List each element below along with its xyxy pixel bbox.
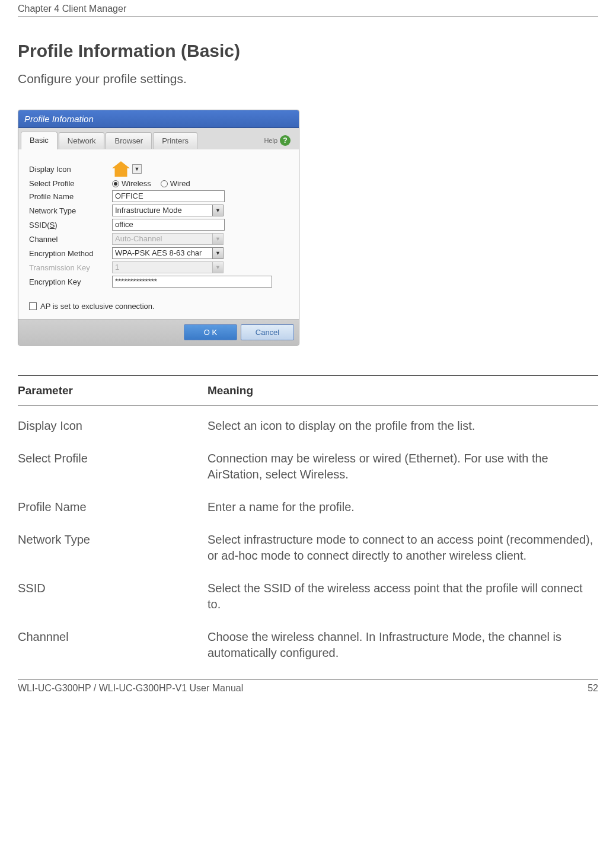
checkbox-exclusive-connection[interactable] <box>29 302 37 310</box>
icon-dropdown-button[interactable]: ▼ <box>132 164 142 174</box>
input-ssid[interactable]: office <box>112 219 225 231</box>
tab-browser[interactable]: Browser <box>106 132 152 149</box>
radio-wired[interactable] <box>161 180 168 187</box>
param-name: Network Type <box>18 532 208 564</box>
select-network-type[interactable]: Infrastructure Mode <box>112 205 213 216</box>
select-transmission-key: 1 <box>112 261 213 273</box>
dialog-footer: O K Cancel <box>18 319 299 345</box>
label-display-icon: Display Icon <box>29 165 112 174</box>
label-profile-name: Profile Name <box>29 192 112 201</box>
page-number: 52 <box>588 683 598 694</box>
table-row: SSID Select the SSID of the wireless acc… <box>18 580 598 612</box>
table-row: Profile Name Enter a name for the profil… <box>18 499 598 515</box>
section-title: Profile Information (Basic) <box>18 41 598 61</box>
manual-label: WLI-UC-G300HP / WLI-UC-G300HP-V1 User Ma… <box>18 683 243 694</box>
table-row: Select Profile Connection may be wireles… <box>18 451 598 483</box>
radio-wireless[interactable] <box>112 180 119 187</box>
select-channel: Auto-Channel <box>112 233 213 245</box>
dialog-title: Profile Infomation <box>18 110 299 128</box>
label-select-profile: Select Profile <box>29 179 112 188</box>
label-encryption-key: Encryption Key <box>29 277 112 286</box>
select-channel-arrow: ▼ <box>213 233 224 245</box>
param-name: Select Profile <box>18 451 208 483</box>
select-encryption-method[interactable]: WPA-PSK AES 8-63 char <box>112 247 213 259</box>
tab-row: Basic Network Browser Printers Help ? <box>18 128 299 149</box>
input-profile-name[interactable]: OFFICE <box>112 190 225 202</box>
house-icon <box>112 161 130 177</box>
table-row: Network Type Select infrastructure mode … <box>18 532 598 564</box>
tab-basic[interactable]: Basic <box>21 132 58 149</box>
tab-network[interactable]: Network <box>59 132 105 149</box>
param-meaning: Select the SSID of the wireless access p… <box>208 580 598 612</box>
param-meaning: Choose the wireless channel. In Infrastr… <box>208 629 598 661</box>
section-subtitle: Configure your profile settings. <box>18 72 598 86</box>
page-footer: WLI-UC-G300HP / WLI-UC-G300HP-V1 User Ma… <box>18 679 598 697</box>
table-row: Display Icon Select an icon to display o… <box>18 418 598 434</box>
cancel-button[interactable]: Cancel <box>241 324 294 340</box>
help-label: Help <box>264 137 277 144</box>
select-transmission-key-arrow: ▼ <box>213 261 224 273</box>
header-meaning: Meaning <box>208 384 253 397</box>
input-encryption-key[interactable]: ************** <box>112 276 272 288</box>
select-encryption-method-arrow[interactable]: ▼ <box>213 247 224 259</box>
param-name: Profile Name <box>18 499 208 515</box>
radio-wired-label: Wired <box>170 179 190 188</box>
param-name: Channnel <box>18 629 208 661</box>
help-icon: ? <box>280 135 291 146</box>
header-parameter: Parameter <box>18 384 208 397</box>
table-header: Parameter Meaning <box>18 384 598 406</box>
param-meaning: Connection may be wireless or wired (Eth… <box>208 451 598 483</box>
table-top-divider <box>18 375 598 376</box>
select-network-type-arrow[interactable]: ▼ <box>213 205 224 216</box>
table-row: Channnel Choose the wireless channel. In… <box>18 629 598 661</box>
label-channel: Channel <box>29 235 112 244</box>
param-meaning: Enter a name for the profile. <box>208 499 598 515</box>
param-meaning: Select an icon to display on the profile… <box>208 418 598 434</box>
param-meaning: Select infrastructure mode to connect to… <box>208 532 598 564</box>
dialog-body: Display Icon ▼ Select Profile Wireless W… <box>18 149 299 319</box>
label-encryption-method: Encryption Method <box>29 249 112 258</box>
radio-wireless-label: Wireless <box>122 179 151 188</box>
chapter-label: Chapter 4 Client Manager <box>18 4 126 14</box>
checkbox-exclusive-connection-label: AP is set to exclusive connection. <box>40 302 155 311</box>
param-name: SSID <box>18 580 208 612</box>
label-transmission-key: Transmission Key <box>29 263 112 272</box>
label-ssid: SSID(S) <box>29 221 112 229</box>
label-network-type: Network Type <box>29 206 112 215</box>
page-header: Chapter 4 Client Manager <box>18 0 598 17</box>
tab-printers[interactable]: Printers <box>153 132 197 149</box>
param-name: Display Icon <box>18 418 208 434</box>
help-area[interactable]: Help ? <box>264 135 296 146</box>
profile-information-dialog: Profile Infomation Basic Network Browser… <box>18 110 299 346</box>
ok-button[interactable]: O K <box>184 324 237 340</box>
